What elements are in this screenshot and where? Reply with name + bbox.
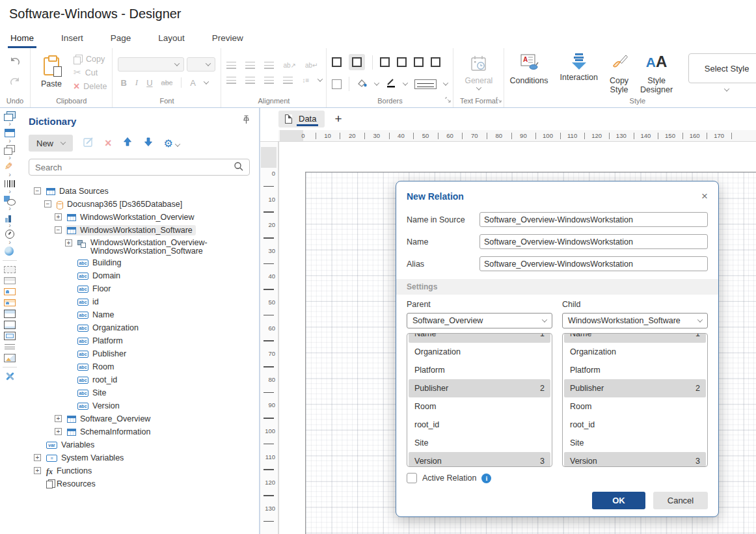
toolbox-map[interactable] — [4, 246, 16, 257]
bold-button[interactable]: B — [120, 78, 126, 88]
column-item-version[interactable]: Version3 — [564, 452, 706, 467]
tree-item-domain[interactable]: abcDomain — [29, 269, 250, 282]
pin-icon[interactable] — [243, 115, 250, 127]
toolbox-band-data[interactable] — [4, 286, 16, 297]
toolbox-barcode[interactable]: › — [4, 178, 16, 195]
toolbox-shapes[interactable]: › — [4, 195, 16, 212]
tree-item-room[interactable]: abcRoom — [29, 360, 250, 373]
column-item-name[interactable]: Name1 — [564, 333, 706, 343]
tree-item-version[interactable]: abcVersion — [29, 399, 250, 412]
tree-item-name[interactable]: abcName — [29, 308, 250, 321]
toolbox-panel-bottom[interactable] — [4, 319, 16, 330]
toolbox-band-data2[interactable] — [4, 297, 16, 308]
expand-chevron-icon[interactable]: › — [8, 222, 11, 228]
fill-color-chevron-icon[interactable] — [374, 80, 379, 85]
tree-item-functions[interactable]: +fxFunctions — [29, 464, 250, 477]
ribbon-tab-page[interactable]: Page — [109, 31, 133, 48]
toolbox-chart[interactable]: › — [4, 212, 16, 229]
ribbon-tab-preview[interactable]: Preview — [211, 31, 245, 48]
expand-chevron-icon[interactable]: › — [8, 138, 11, 144]
underline-button[interactable]: U — [146, 78, 152, 88]
tree-item-docusnap365-ds365database[interactable]: −Docusnap365 [Ds365Database] — [29, 198, 250, 211]
borders-dialog-launcher-icon[interactable] — [445, 94, 451, 105]
no-borders-icon[interactable] — [332, 79, 342, 89]
style-designer-button[interactable]: AA Style Designer — [640, 53, 673, 94]
expand-icon[interactable]: + — [65, 239, 72, 247]
expand-icon[interactable]: + — [55, 428, 62, 435]
column-item-root-id[interactable]: root_id — [409, 416, 550, 434]
align-bottom-icon[interactable] — [264, 62, 274, 69]
tree-item-floor[interactable]: abcFloor — [29, 282, 250, 295]
toolbox-band-dashed[interactable] — [4, 264, 16, 275]
paste-button[interactable]: Paste — [36, 56, 67, 90]
border-color-icon[interactable] — [386, 78, 396, 90]
alias-input[interactable] — [479, 256, 708, 271]
column-item-root-id[interactable]: root_id — [564, 416, 706, 434]
select-style-button[interactable]: Select Style — [688, 53, 756, 83]
italic-button[interactable]: I — [135, 77, 138, 88]
toolbox-panel-frame[interactable] — [4, 330, 16, 341]
conditions-button[interactable]: A Conditions — [509, 53, 548, 85]
tree-item-platform[interactable]: abcPlatform — [29, 334, 250, 347]
border-style-4-icon[interactable] — [431, 57, 440, 67]
tree-item-data-sources[interactable]: −Data Sources — [29, 185, 250, 198]
toolbox-table[interactable]: › — [4, 127, 16, 144]
toolbox-text[interactable] — [4, 341, 16, 353]
delete-icon[interactable]: × — [105, 137, 112, 150]
column-item-name[interactable]: Name1 — [409, 333, 550, 343]
toolbox-panel-top[interactable] — [4, 308, 16, 319]
cancel-button[interactable]: Cancel — [653, 492, 708, 509]
ribbon-tab-insert[interactable]: Insert — [60, 31, 85, 48]
tree-item-windowsworkstation-software[interactable]: −WindowsWorkstation_Software — [29, 224, 250, 237]
outside-borders-selected[interactable] — [349, 54, 365, 70]
child-select[interactable]: WindowsWorkstation_Software — [562, 313, 708, 328]
expand-chevron-icon[interactable]: › — [8, 172, 11, 178]
column-item-version[interactable]: Version3 — [409, 452, 550, 467]
border-style-1-icon[interactable] — [380, 57, 390, 67]
name-input[interactable] — [479, 234, 708, 249]
toolbox-signature[interactable]: › — [4, 161, 16, 178]
tree-item-resources[interactable]: Resources — [29, 477, 250, 490]
text-format-dialog-launcher-icon[interactable] — [496, 94, 502, 105]
align-justify-icon[interactable] — [283, 77, 293, 84]
search-input[interactable] — [35, 163, 234, 172]
add-page-button[interactable]: + — [334, 112, 342, 126]
interaction-button[interactable]: Interaction — [560, 53, 598, 82]
ok-button[interactable]: OK — [592, 492, 645, 509]
tree-item-variables[interactable]: varVariables — [29, 438, 250, 451]
active-relation-checkbox[interactable] — [407, 473, 417, 483]
column-item-room[interactable]: Room — [564, 397, 706, 416]
name-in-source-input[interactable] — [479, 212, 708, 227]
toolbox-picture[interactable] — [4, 353, 16, 364]
ribbon-tab-layout[interactable]: Layout — [157, 31, 186, 48]
close-icon[interactable]: × — [701, 191, 708, 202]
delete-button[interactable]: × Delete — [74, 82, 107, 91]
tree-item-building[interactable]: abcBuilding — [29, 256, 250, 269]
tree-item-schemainformation[interactable]: +SchemaInformation — [29, 425, 250, 438]
expand-chevron-icon[interactable]: › — [8, 206, 11, 211]
undo-icon[interactable] — [9, 57, 21, 69]
expand-icon[interactable]: + — [55, 415, 62, 422]
align-middle-icon[interactable] — [245, 62, 255, 69]
font-color-chevron-icon[interactable] — [204, 79, 209, 84]
collapse-icon[interactable]: − — [44, 200, 51, 207]
line-spacing-icon[interactable]: ↕≡ — [302, 77, 309, 84]
align-right-icon[interactable] — [264, 77, 274, 84]
column-item-organization[interactable]: Organization — [564, 343, 706, 361]
toolbox-band-plain[interactable] — [4, 275, 16, 286]
ribbon-tab-home[interactable]: Home — [9, 31, 35, 48]
edit-icon[interactable] — [83, 137, 94, 150]
line-style-chevron-icon[interactable] — [443, 80, 448, 85]
child-columns-list[interactable]: Name1OrganizationPlatformPublisher2Roomr… — [562, 333, 708, 467]
page-tab-data[interactable]: Data — [278, 111, 325, 127]
tree-item-windowsworkstation-overview[interactable]: +WindowsWorkstation_Overview — [29, 211, 250, 224]
tree-item-organization[interactable]: abcOrganization — [29, 321, 250, 334]
border-style-3-icon[interactable] — [414, 57, 424, 67]
strikethrough-button[interactable]: abc — [161, 79, 173, 87]
select-style-chevron-icon[interactable] — [724, 86, 729, 91]
parent-select[interactable]: Software_Overview — [407, 313, 552, 328]
move-down-icon[interactable] — [143, 137, 154, 150]
word-wrap-icon[interactable]: ab↵ — [305, 62, 318, 69]
column-item-publisher[interactable]: Publisher2 — [409, 379, 550, 397]
copy-style-button[interactable]: Copy Style — [610, 53, 628, 94]
